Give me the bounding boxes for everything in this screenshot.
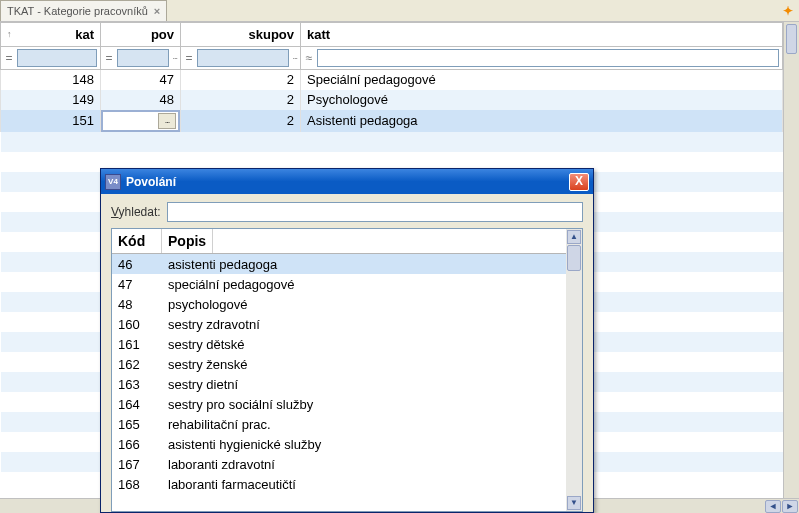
search-input[interactable] <box>167 202 583 222</box>
cell-pov[interactable]: 48 <box>101 90 181 110</box>
table-row[interactable]: 151...2Asistenti pedagoga <box>1 110 783 132</box>
list-item-popis: speciální pedagogové <box>162 277 566 292</box>
filter-input-skupov[interactable] <box>197 49 289 67</box>
list-item[interactable]: 47speciální pedagogové <box>112 274 566 294</box>
lookup-dialog: V4 Povolání X Vyhledat: Kód Popis 46asis… <box>100 168 594 513</box>
table-row-empty <box>1 132 783 152</box>
filter-op-eq[interactable]: = <box>104 51 114 65</box>
scroll-left-icon[interactable]: ◄ <box>765 500 781 513</box>
scroll-down-icon[interactable]: ▼ <box>567 496 581 510</box>
filter-op-eq[interactable]: = <box>184 51 194 65</box>
filter-input-kat[interactable] <box>17 49 97 67</box>
list-item[interactable]: 160sestry zdravotní <box>112 314 566 334</box>
app-icon: V4 <box>105 174 121 190</box>
scroll-right-icon[interactable]: ► <box>782 500 798 513</box>
filter-input-pov[interactable] <box>117 49 169 67</box>
list-item-popis: sestry pro sociální služby <box>162 397 566 412</box>
list-item-popis: sestry zdravotní <box>162 317 566 332</box>
cell-skupov[interactable]: 2 <box>181 70 301 90</box>
dialog-titlebar[interactable]: V4 Povolání X <box>101 169 593 194</box>
list-item-kod: 164 <box>112 397 162 412</box>
cell-skupov[interactable]: 2 <box>181 90 301 110</box>
list-item-popis: sestry dietní <box>162 377 566 392</box>
table-row[interactable]: 149482Psychologové <box>1 90 783 110</box>
cell-pov[interactable]: 47 <box>101 70 181 90</box>
lookup-button[interactable]: ... <box>158 113 176 129</box>
filter-input-katt[interactable] <box>317 49 779 67</box>
filter-op-approx[interactable]: ≈ <box>304 51 314 65</box>
list-item-kod: 47 <box>112 277 162 292</box>
list-item-popis: sestry dětské <box>162 337 566 352</box>
list-item-popis: asistenti pedagoga <box>162 257 566 272</box>
search-row: Vyhledat: <box>111 202 583 222</box>
cell-kat[interactable]: 151 <box>1 110 101 132</box>
more-icon[interactable]: ··· <box>172 53 177 63</box>
list-item-kod: 168 <box>112 477 162 492</box>
list-item-kod: 46 <box>112 257 162 272</box>
list-item[interactable]: 165rehabilitační prac. <box>112 414 566 434</box>
list-item[interactable]: 162sestry ženské <box>112 354 566 374</box>
scroll-up-icon[interactable]: ▲ <box>567 230 581 244</box>
cell-katt[interactable]: Speciální pedagogové <box>301 70 783 90</box>
list-item-popis: laboranti farmaceutičtí <box>162 477 566 492</box>
filter-op-eq[interactable]: = <box>4 51 14 65</box>
list-item-kod: 161 <box>112 337 162 352</box>
tab-title: TKAT - Kategorie pracovníků <box>7 5 148 17</box>
cell-katt[interactable]: Asistenti pedagoga <box>301 110 783 132</box>
close-icon[interactable]: × <box>154 5 160 17</box>
list-item-kod: 166 <box>112 437 162 452</box>
cell-pov[interactable]: ... <box>101 110 181 132</box>
search-label: Vyhledat: <box>111 205 161 219</box>
list-item[interactable]: 48psychologové <box>112 294 566 314</box>
col-header-kod[interactable]: Kód <box>112 229 162 253</box>
col-header-katt[interactable]: katt <box>301 23 783 47</box>
scrollbar-thumb[interactable] <box>567 245 581 271</box>
tab-bar: TKAT - Kategorie pracovníků × ✦ <box>0 0 799 22</box>
more-icon[interactable]: ··· <box>292 53 297 63</box>
cell-skupov[interactable]: 2 <box>181 110 301 132</box>
sort-asc-icon: ↑ <box>7 29 12 39</box>
list-item-kod: 165 <box>112 417 162 432</box>
list-item-kod: 167 <box>112 457 162 472</box>
col-header-skupov[interactable]: skupov <box>181 23 301 47</box>
scrollbar-thumb[interactable] <box>786 24 797 54</box>
col-header-pov[interactable]: pov <box>101 23 181 47</box>
list-item[interactable]: 163sestry dietní <box>112 374 566 394</box>
col-header-popis[interactable]: Popis <box>162 229 213 253</box>
list-item-kod: 48 <box>112 297 162 312</box>
tab-tkat[interactable]: TKAT - Kategorie pracovníků × <box>0 0 167 21</box>
list-scrollbar[interactable]: ▲ ▼ <box>566 229 582 511</box>
cell-katt[interactable]: Psychologové <box>301 90 783 110</box>
close-button[interactable]: X <box>569 173 589 191</box>
vertical-scrollbar[interactable] <box>783 22 799 498</box>
header-row: ↑ kat pov skupov katt <box>1 23 783 47</box>
list-item[interactable]: 164sestry pro sociální služby <box>112 394 566 414</box>
list-item-popis: laboranti zdravotní <box>162 457 566 472</box>
list-item-popis: rehabilitační prac. <box>162 417 566 432</box>
lookup-list: Kód Popis 46asistenti pedagoga47speciáln… <box>111 228 583 512</box>
list-header: Kód Popis <box>112 229 566 254</box>
dialog-title: Povolání <box>126 175 176 189</box>
list-item-popis: asistenti hygienické služby <box>162 437 566 452</box>
list-item[interactable]: 168laboranti farmaceutičtí <box>112 474 566 494</box>
pin-icon[interactable]: ✦ <box>783 4 793 18</box>
list-item-kod: 162 <box>112 357 162 372</box>
filter-row: = = ··· = ··· <box>1 47 783 70</box>
list-item[interactable]: 166asistenti hygienické služby <box>112 434 566 454</box>
col-header-kat[interactable]: ↑ kat <box>1 23 101 47</box>
list-item-popis: psychologové <box>162 297 566 312</box>
cell-kat[interactable]: 149 <box>1 90 101 110</box>
cell-kat[interactable]: 148 <box>1 70 101 90</box>
list-item-popis: sestry ženské <box>162 357 566 372</box>
list-item-kod: 163 <box>112 377 162 392</box>
list-item-kod: 160 <box>112 317 162 332</box>
list-item[interactable]: 161sestry dětské <box>112 334 566 354</box>
dialog-body: Vyhledat: Kód Popis 46asistenti pedagoga… <box>101 194 593 512</box>
table-row[interactable]: 148472Speciální pedagogové <box>1 70 783 90</box>
list-item[interactable]: 167laboranti zdravotní <box>112 454 566 474</box>
list-item[interactable]: 46asistenti pedagoga <box>112 254 566 274</box>
